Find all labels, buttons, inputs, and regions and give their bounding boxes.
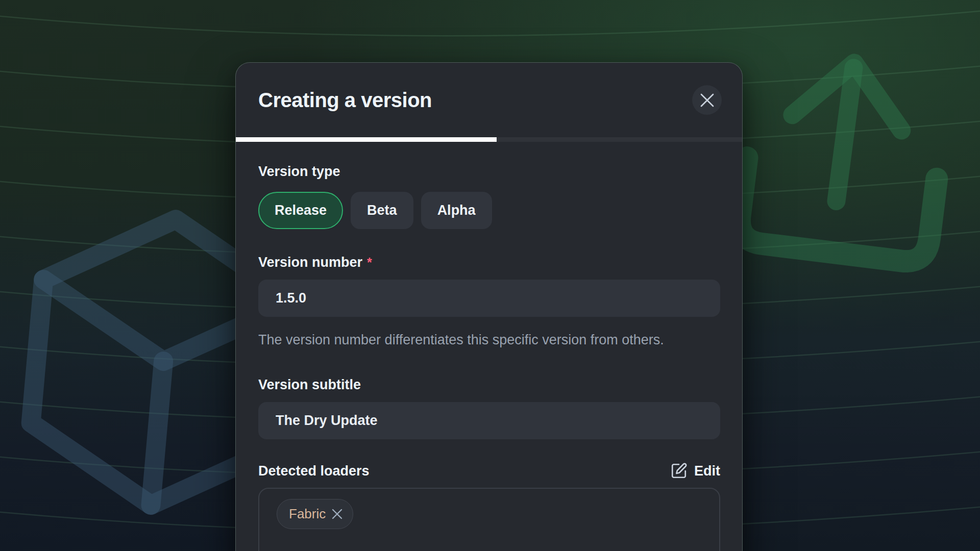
close-button[interactable]	[692, 85, 722, 115]
loader-chip-fabric: Fabric	[277, 499, 353, 529]
progress-bar-track	[236, 137, 742, 142]
detected-loaders-label: Detected loaders	[258, 463, 370, 479]
upload-icon	[737, 52, 950, 264]
version-subtitle-label: Version subtitle	[258, 377, 720, 393]
creating-version-modal: Creating a version Version type Release …	[235, 62, 743, 551]
required-asterisk: *	[367, 255, 372, 270]
detected-loaders-box: Fabric	[258, 488, 720, 551]
version-type-alpha-button[interactable]: Alpha	[421, 192, 492, 229]
version-type-beta-button[interactable]: Beta	[351, 192, 413, 229]
modal-body: Version type Release Beta Alpha Version …	[236, 142, 742, 551]
modal-header: Creating a version	[236, 63, 742, 137]
modal-title: Creating a version	[258, 89, 432, 112]
version-type-options: Release Beta Alpha	[258, 192, 720, 229]
progress-bar-fill	[236, 137, 497, 142]
version-number-label: Version number	[258, 254, 362, 270]
version-type-release-button[interactable]: Release	[258, 192, 343, 229]
edit-loaders-button[interactable]: Edit	[670, 462, 720, 480]
loader-chip-label: Fabric	[289, 506, 326, 522]
version-number-label-row: Version number *	[258, 254, 720, 270]
version-number-input[interactable]	[258, 280, 720, 317]
edit-label: Edit	[694, 463, 720, 479]
x-icon	[700, 93, 714, 107]
detected-loaders-row: Detected loaders Edit	[258, 462, 720, 480]
remove-loader-button[interactable]	[331, 508, 343, 520]
version-subtitle-input[interactable]	[258, 402, 720, 439]
square-pen-icon	[670, 462, 688, 480]
version-number-help-text: The version number differentiates this s…	[258, 330, 690, 349]
x-icon	[331, 508, 343, 520]
version-type-label: Version type	[258, 163, 720, 180]
